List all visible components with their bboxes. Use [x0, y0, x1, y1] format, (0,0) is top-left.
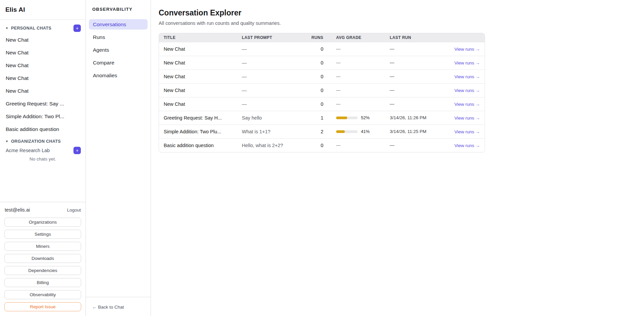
grade-percent-label: 41%	[361, 129, 370, 134]
chat-item-label: New Chat	[6, 50, 29, 56]
report-issue-button[interactable]: Report Issue	[4, 302, 81, 311]
empty-grade-dash: —	[336, 46, 340, 51]
chat-item[interactable]: New Chat	[0, 85, 86, 97]
app-brand: Elis AI	[0, 0, 86, 20]
grade-percent-label: 52%	[361, 115, 370, 120]
chat-item-label: New Chat	[6, 75, 29, 81]
sidebar-footer-button[interactable]: Organizations	[4, 218, 81, 227]
cell-runs: 0	[300, 56, 331, 70]
empty-grade-dash: —	[336, 88, 340, 93]
cell-actions: View runs →	[445, 125, 485, 138]
cell-avg-grade: —	[331, 138, 385, 152]
table-row: Greeting Request: Say H... Say hello 1 5…	[159, 111, 485, 125]
column-header: RUNS	[300, 33, 331, 42]
back-to-chat-link[interactable]: ← Back to Chat	[92, 305, 124, 310]
observability-nav-item[interactable]: Conversations	[89, 19, 148, 30]
chat-item[interactable]: Greeting Request: Say ...	[0, 97, 86, 110]
observability-nav-item[interactable]: Compare	[89, 57, 148, 68]
column-header: LAST RUN	[385, 33, 445, 42]
main-content: Conversation Explorer All conversations …	[151, 0, 644, 316]
cell-actions: View runs →	[445, 83, 485, 97]
cell-title: Greeting Request: Say H...	[159, 111, 237, 125]
cell-last-run: 3/14/26, 11:26 PM	[385, 111, 445, 125]
sidebar-footer-button[interactable]: Downloads	[4, 254, 81, 263]
observability-footer: ← Back to Chat	[86, 297, 151, 316]
cell-last-prompt: Hello, what is 2+2?	[237, 138, 300, 152]
chat-item-label: New Chat	[6, 88, 29, 94]
cell-avg-grade: —	[331, 70, 385, 83]
page-title: Conversation Explorer	[159, 8, 644, 17]
grade-bar-fill	[336, 130, 345, 133]
caret-down-icon[interactable]: ▼	[5, 27, 8, 30]
table-row: Basic addition question Hello, what is 2…	[159, 138, 485, 152]
cell-title: New Chat	[159, 56, 237, 70]
view-runs-link[interactable]: View runs →	[454, 88, 480, 93]
view-runs-link[interactable]: View runs →	[454, 47, 480, 52]
cell-title: Simple Addition: Two Plu...	[159, 125, 237, 138]
cell-title: New Chat	[159, 70, 237, 83]
table-row: New Chat — 0 — — View runs →	[159, 42, 485, 56]
view-runs-link[interactable]: View runs →	[454, 74, 480, 79]
view-runs-link[interactable]: View runs →	[454, 129, 480, 134]
cell-last-run: —	[385, 70, 445, 83]
sidebar-footer-button[interactable]: Observability	[4, 290, 81, 299]
table-row: New Chat — 0 — — View runs →	[159, 56, 485, 70]
cell-runs: 2	[300, 125, 331, 138]
cell-last-run: —	[385, 97, 445, 111]
sidebar-footer-button[interactable]: Settings	[4, 230, 81, 239]
logout-button[interactable]: Logout	[67, 208, 81, 213]
empty-grade-dash: —	[336, 74, 340, 79]
personal-chats-section-header: ▼ PERSONAL CHATS +	[5, 25, 81, 32]
cell-actions: View runs →	[445, 70, 485, 83]
table-row: Simple Addition: Two Plu... What is 1+1?…	[159, 125, 485, 138]
cell-last-prompt: —	[237, 83, 300, 97]
observability-nav-item[interactable]: Runs	[89, 32, 148, 42]
view-runs-link[interactable]: View runs →	[454, 102, 480, 107]
view-runs-link[interactable]: View runs →	[454, 60, 480, 65]
observability-nav: ConversationsRunsAgentsCompareAnomalies	[89, 19, 148, 83]
table-row: New Chat — 0 — — View runs →	[159, 97, 485, 111]
grade-bar	[336, 117, 358, 119]
sidebar-footer-button[interactable]: Miners	[4, 242, 81, 251]
cell-last-prompt: —	[237, 70, 300, 83]
cell-actions: View runs →	[445, 138, 485, 152]
chat-item[interactable]: New Chat	[0, 46, 86, 59]
column-header	[445, 33, 485, 42]
page-subtitle: All conversations with run counts and qu…	[159, 20, 644, 26]
caret-down-icon[interactable]: ▼	[5, 140, 8, 143]
view-runs-link[interactable]: View runs →	[454, 116, 480, 121]
chat-item[interactable]: Basic addition question	[0, 123, 86, 136]
add-organization-chat-button[interactable]: +	[73, 147, 81, 154]
organization-empty-text: No chats yet.	[0, 156, 86, 162]
cell-runs: 0	[300, 97, 331, 111]
column-header: TITLE	[159, 33, 237, 42]
empty-grade-dash: —	[336, 143, 340, 148]
cell-actions: View runs →	[445, 111, 485, 125]
sidebar-footer-button[interactable]: Billing	[4, 278, 81, 287]
organization-chats-label: ORGANIZATION CHATS	[11, 139, 61, 144]
cell-runs: 0	[300, 42, 331, 56]
column-header: LAST PROMPT	[237, 33, 300, 42]
sidebar-footer-button[interactable]: Dependencies	[4, 266, 81, 275]
cell-runs: 1	[300, 111, 331, 125]
cell-avg-grade: —	[331, 97, 385, 111]
user-email: test@elis.ai	[5, 207, 30, 213]
chat-item-label: Greeting Request: Say ...	[6, 101, 64, 107]
cell-avg-grade: —	[331, 56, 385, 70]
grade-bar	[336, 130, 358, 133]
view-runs-link[interactable]: View runs →	[454, 143, 480, 148]
chat-item[interactable]: New Chat	[0, 34, 86, 46]
chat-item[interactable]: New Chat	[0, 72, 86, 85]
add-personal-chat-button[interactable]: +	[73, 25, 81, 32]
observability-nav-item[interactable]: Anomalies	[89, 70, 148, 81]
observability-sidebar: OBSERVABILITY ConversationsRunsAgentsCom…	[86, 0, 151, 316]
observability-nav-item[interactable]: Agents	[89, 45, 148, 55]
table-row: New Chat — 0 — — View runs →	[159, 83, 485, 97]
empty-grade-dash: —	[336, 60, 340, 65]
chat-item[interactable]: New Chat	[0, 59, 86, 72]
chat-item[interactable]: Simple Addition: Two Pl...	[0, 110, 86, 123]
cell-last-run: —	[385, 83, 445, 97]
organization-row: Acme Research Lab +	[6, 146, 81, 154]
cell-last-run: —	[385, 56, 445, 70]
cell-title: New Chat	[159, 83, 237, 97]
